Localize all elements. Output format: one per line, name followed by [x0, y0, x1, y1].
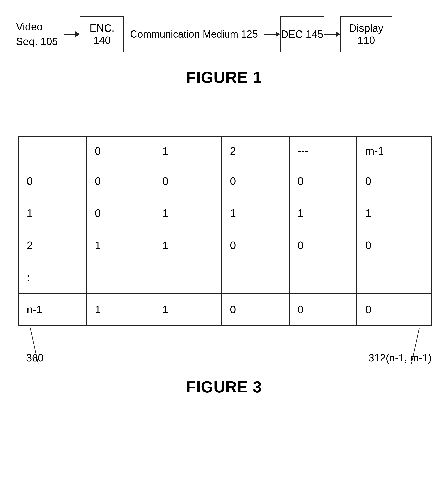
cell: 0: [357, 293, 431, 325]
header-cell-0: 0: [87, 137, 154, 165]
cell: 1: [289, 197, 357, 229]
cell: 0: [289, 293, 357, 325]
row-label: 2: [18, 229, 87, 261]
table-row-dots: :: [18, 261, 431, 293]
figure1-caption: FIGURE 1: [16, 68, 432, 87]
cell: 1: [154, 293, 222, 325]
dec-box: DEC 145: [280, 16, 324, 52]
video-seq-label: VideoSeq. 105: [16, 19, 58, 49]
row-label-n1: n-1: [18, 293, 87, 325]
display-box: Display110: [340, 16, 392, 52]
annotation-label-312: 312(n-1, m-1): [368, 352, 431, 364]
annotation-label-360: 360: [26, 352, 44, 364]
cell: 0: [154, 165, 222, 197]
enc-label: ENC. 140: [80, 22, 123, 46]
cell: 0: [222, 229, 289, 261]
cell: 0: [357, 165, 431, 197]
cell: 1: [87, 229, 154, 261]
cell: 0: [222, 165, 289, 197]
enc-box: ENC. 140: [80, 16, 124, 52]
cell: 0: [87, 165, 154, 197]
cell: 1: [357, 197, 431, 229]
table-row: 0 0 0 0 0 0: [18, 165, 431, 197]
cell: 0: [222, 293, 289, 325]
cell: 0: [357, 229, 431, 261]
header-cell-m1: m-1: [357, 137, 431, 165]
table-row: 2 1 1 0 0 0: [18, 229, 431, 261]
row-label-dots: :: [18, 261, 87, 293]
cell: [154, 261, 222, 293]
comm-medium-label: Communication Medium 125: [130, 27, 258, 41]
cell: 1: [87, 293, 154, 325]
row-label: 0: [18, 165, 87, 197]
cell: 1: [154, 229, 222, 261]
cell: [289, 261, 357, 293]
figure1: VideoSeq. 105 ENC. 140 Communication Med…: [16, 16, 432, 87]
figure3-table: 0 1 2 --- m-1 0 0 0 0 0 0 1 0 1 1 1 1 2 …: [18, 136, 431, 326]
display-label: Display110: [349, 22, 383, 46]
arrow-to-dec: [264, 31, 280, 37]
table-row: 1 0 1 1 1 1: [18, 197, 431, 229]
row-label: 1: [18, 197, 87, 229]
cell: [87, 261, 154, 293]
header-cell-2: 2: [222, 137, 289, 165]
cell: [357, 261, 431, 293]
arrow-to-display: [324, 31, 340, 37]
annotations: 360 312(n-1, m-1): [18, 326, 431, 366]
cell: [222, 261, 289, 293]
cell: 1: [154, 197, 222, 229]
figure3: 0 1 2 --- m-1 0 0 0 0 0 0 1 0 1 1 1 1 2 …: [16, 136, 432, 396]
header-cell-empty: [18, 137, 87, 165]
cell: 1: [222, 197, 289, 229]
arrow-to-enc: [64, 31, 80, 37]
cell: 0: [87, 197, 154, 229]
figure3-caption: FIGURE 3: [16, 378, 432, 396]
table-row-last: n-1 1 1 0 0 0: [18, 293, 431, 325]
header-cell-1: 1: [154, 137, 222, 165]
table-header-row: 0 1 2 --- m-1: [18, 137, 431, 165]
cell: 0: [289, 165, 357, 197]
dec-label: DEC 145: [281, 28, 323, 40]
cell: 0: [289, 229, 357, 261]
header-cell-dots: ---: [289, 137, 357, 165]
